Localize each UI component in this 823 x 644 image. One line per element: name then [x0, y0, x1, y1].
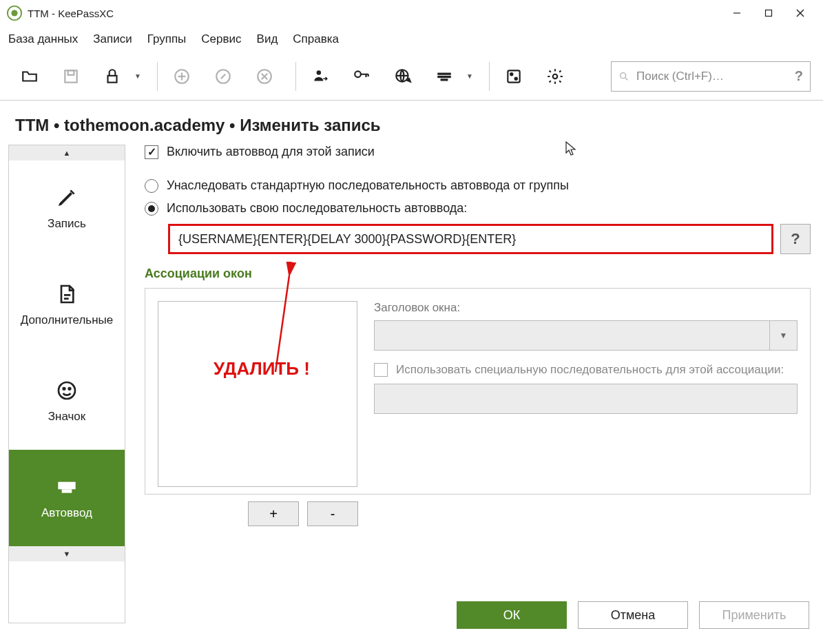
app-logo-icon	[7, 6, 22, 21]
sidebar-scroll-down[interactable]: ▼	[9, 546, 125, 561]
svg-rect-6	[65, 70, 76, 82]
title-bar: TTM - KeePassXC	[0, 0, 823, 26]
window-title-combo[interactable]: ▼	[374, 320, 798, 351]
use-special-checkbox[interactable]	[374, 363, 388, 377]
svg-rect-19	[437, 72, 451, 74]
sequence-help-button[interactable]: ?	[780, 224, 811, 254]
svg-point-24	[515, 77, 517, 79]
keyboard-icon	[56, 476, 78, 498]
save-button[interactable]	[54, 59, 88, 94]
svg-point-29	[63, 388, 65, 390]
menu-view[interactable]: Вид	[257, 32, 278, 46]
svg-point-28	[59, 382, 75, 399]
cursor-icon	[565, 141, 579, 157]
remove-association-button[interactable]: -	[307, 501, 358, 526]
search-help[interactable]: ?	[795, 68, 803, 84]
smiley-icon	[56, 380, 78, 402]
apply-button[interactable]: Применить	[699, 601, 809, 629]
menu-tools[interactable]: Сервис	[201, 32, 241, 46]
svg-rect-20	[437, 75, 451, 77]
svg-point-16	[317, 70, 322, 75]
svg-rect-8	[108, 75, 117, 82]
svg-point-25	[553, 74, 558, 79]
pencil-icon	[56, 187, 78, 209]
globe-button[interactable]	[386, 59, 420, 94]
svg-point-30	[69, 388, 71, 390]
cancel-button[interactable]: Отмена	[578, 601, 688, 629]
document-icon	[56, 283, 78, 305]
search-placeholder: Поиск (Ctrl+F)…	[636, 70, 795, 83]
custom-radio[interactable]	[145, 202, 158, 216]
association-sequence-input[interactable]	[374, 384, 798, 414]
ok-button[interactable]: ОК	[457, 601, 567, 629]
lock-dropdown[interactable]: ▼	[132, 72, 143, 80]
svg-rect-22	[508, 70, 519, 82]
edit-button[interactable]	[206, 59, 240, 94]
settings-button[interactable]	[538, 59, 572, 94]
menu-database[interactable]: База данных	[8, 32, 78, 46]
svg-point-1	[11, 10, 17, 16]
annotation-text: УДАЛИТЬ !	[213, 358, 310, 380]
menu-groups[interactable]: Группы	[147, 32, 187, 46]
associations-header: Ассоциации окон	[145, 267, 811, 281]
toolbar: ▼ ▼ Поиск (Ctrl+F)… ?	[0, 52, 823, 101]
svg-rect-21	[441, 79, 448, 81]
window-title-label: Заголовок окна:	[374, 301, 798, 315]
menu-entries[interactable]: Записи	[93, 32, 132, 46]
inherit-radio[interactable]	[145, 179, 158, 193]
menu-help[interactable]: Справка	[293, 32, 339, 46]
sidebar-scroll-up[interactable]: ▲	[9, 145, 125, 160]
keyboard-dropdown[interactable]: ▼	[464, 72, 475, 80]
page-title: TTM • tothemoon.academy • Изменить запис…	[0, 101, 823, 145]
user-button[interactable]	[303, 59, 337, 94]
menu-bar: База данных Записи Группы Сервис Вид Спр…	[0, 26, 823, 52]
sidebar-tab-icon[interactable]: Значок	[9, 353, 125, 450]
associations-list[interactable]	[158, 301, 357, 487]
sequence-input[interactable]: {USERNAME}{ENTER}{DELAY 3000}{PASSWORD}{…	[168, 224, 773, 254]
use-special-label: Использовать специальную последовательно…	[396, 363, 784, 377]
svg-point-23	[510, 73, 512, 75]
svg-point-26	[621, 72, 626, 78]
sidebar-tab-entry[interactable]: Запись	[9, 160, 125, 257]
custom-label: Использовать свою последовательность авт…	[167, 201, 467, 216]
sidebar-tab-autotype[interactable]: Автоввод	[9, 450, 125, 546]
chevron-down-icon: ▼	[769, 321, 797, 350]
key-button[interactable]	[344, 59, 379, 94]
inherit-label: Унаследовать стандартную последовательно…	[167, 178, 569, 193]
dice-button[interactable]	[497, 59, 531, 94]
sidebar-tab-advanced[interactable]: Дополнительные	[9, 257, 125, 353]
search-box[interactable]: Поиск (Ctrl+F)… ?	[611, 61, 811, 92]
svg-rect-32	[59, 486, 75, 489]
svg-rect-33	[62, 490, 71, 492]
svg-rect-3	[766, 10, 772, 17]
lock-button[interactable]	[95, 59, 129, 94]
sidebar: ▲ Запись Дополнительные Значок Автоввод …	[8, 145, 125, 623]
enable-autotype-label: Включить автоввод для этой записи	[167, 145, 375, 159]
close-button[interactable]	[784, 0, 816, 26]
associations-panel: Заголовок окна: ▼ Использовать специальн…	[145, 288, 811, 495]
svg-point-17	[355, 71, 361, 77]
dialog-buttons: ОК Отмена Применить	[457, 601, 809, 629]
open-folder-button[interactable]	[12, 59, 47, 94]
delete-button[interactable]	[247, 59, 282, 94]
svg-rect-7	[68, 70, 74, 75]
enable-autotype-checkbox[interactable]	[145, 145, 158, 159]
minimize-button[interactable]	[721, 0, 753, 26]
maximize-button[interactable]	[753, 0, 784, 26]
svg-line-27	[625, 78, 627, 80]
add-association-button[interactable]: +	[248, 501, 299, 526]
search-icon	[618, 71, 629, 82]
autotype-form: Включить автоввод для этой записи Унасле…	[125, 145, 811, 623]
add-button[interactable]	[165, 59, 199, 94]
svg-rect-31	[59, 482, 75, 485]
keyboard-button[interactable]	[427, 59, 461, 94]
window-title: TTM - KeePassXC	[28, 8, 114, 19]
